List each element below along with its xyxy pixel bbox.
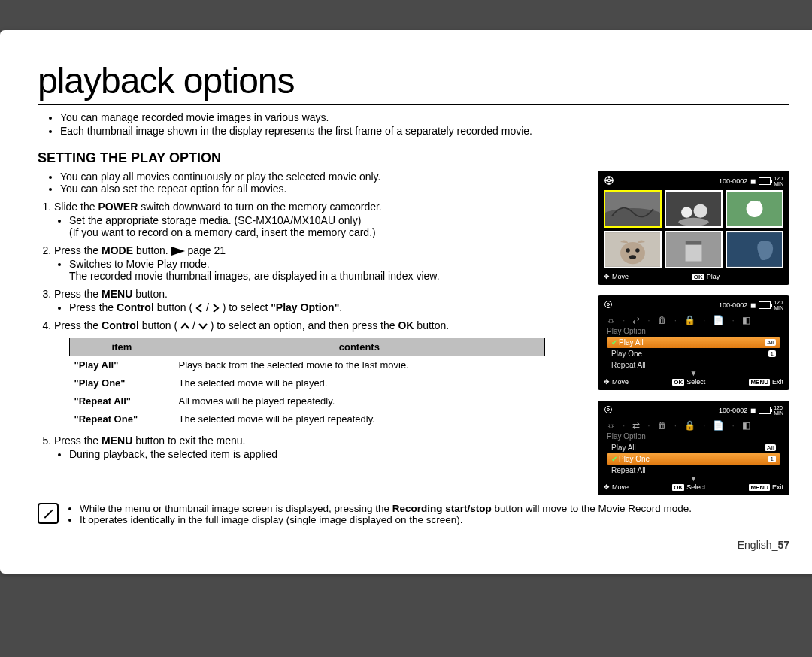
thumbnail [604,231,662,268]
step-1: Slide the POWER switch downward to turn … [54,201,583,238]
exit-hint: MENUExit [749,378,783,386]
menu-toolbar: ☼· ⇄· 🗑· 🔒· 📄· ◧ [604,419,783,432]
chevron-up-icon [180,322,189,330]
step-1-sub: Set the appropriate storage media. (SC-M… [69,214,583,238]
card-icon: ◼ [750,301,756,309]
svg-point-10 [694,204,707,218]
table-header-contents: contents [174,338,544,356]
intro-item: Each thumbnail image shown in the displa… [60,125,789,137]
move-hint: ✥Move [604,483,629,491]
step-3-sub: Press the Control button ( / ) to select… [69,301,583,313]
copy-icon: 📄 [713,315,724,325]
badge-one: 1 [768,456,776,462]
svg-point-2 [608,177,610,178]
file-number: 100-0002 [719,301,747,309]
battery-time: 120MIN [774,405,783,416]
intro-list: You can manage recorded movie images in … [38,111,789,137]
step-4: Press the Control button ( / ) to select… [54,319,583,428]
bullet: You can play all movies continuously or … [60,171,583,183]
svg-point-22 [605,301,612,308]
aspect-icon: ◧ [742,420,750,431]
step-3: Press the MENU button. Press the Control… [54,288,583,313]
svg-point-1 [607,179,611,182]
svg-rect-21 [727,232,782,267]
move-hint: ✥Move [604,378,629,386]
page-title: playback options [38,60,789,105]
svg-point-18 [629,255,636,259]
lcd-menu-play-one: 100-0002 ◼ 120MIN ☼· ⇄· 🗑· 🔒· 📄· ◧ Play … [598,401,789,495]
brightness-icon: ☼ [607,420,615,431]
svg-point-15 [620,242,645,264]
badge-one: 1 [768,350,776,357]
table-row: "Play All"Plays back from the selected m… [70,356,545,374]
svg-point-24 [605,407,612,413]
table-row: "Play One"The selected movie will be pla… [70,374,545,392]
steps-list: Slide the POWER switch downward to turn … [38,201,583,460]
lock-icon: 🔒 [684,315,695,325]
svg-point-11 [678,218,708,226]
aspect-icon: ◧ [742,315,750,325]
play-order-icon: ⇄ [632,420,640,431]
battery-icon [759,407,771,414]
playback-mode-icon [604,405,613,416]
file-number: 100-0002 [719,177,747,185]
select-hint: OKSelect [672,483,705,491]
exit-hint: MENUExit [749,483,783,491]
step-2-sub: Switches to Movie Play mode. The recorde… [69,258,583,282]
playback-mode-icon [604,175,614,187]
lcd-screens: 100-0002 ◼ 120MIN ✥Move OKPlay [598,171,789,495]
step-2: Press the MODE button. page 21 Switches … [54,244,583,282]
thumbnail [665,190,723,228]
thumbnail [726,231,783,268]
note-box: While the menu or thumbnail image screen… [38,503,789,525]
lcd-thumbnail-index: 100-0002 ◼ 120MIN ✥Move OKPlay [598,171,789,285]
move-hint: ✥Move [604,273,629,280]
battery-icon [759,177,771,185]
dpad-icon: ✥ [604,483,610,491]
menu-item-play-all: Play All All [607,442,780,453]
svg-point-16 [626,248,629,252]
check-icon: ✔ [611,455,617,463]
bullet: You can also set the repeat option for a… [60,183,583,195]
menu-key-icon: MENU [749,379,770,386]
chevron-down-icon [198,322,208,330]
battery-icon [759,301,771,309]
page-ref-arrow-icon [171,247,185,256]
play-option-table: item contents "Play All"Plays back from … [69,338,545,428]
playback-mode-icon [604,300,613,310]
svg-point-25 [607,409,610,411]
step-5: Press the MENU button to exit the menu. … [54,434,583,460]
badge-all: All [765,444,776,451]
dpad-icon: ✥ [604,273,610,280]
svg-point-5 [611,180,613,181]
check-icon: ✔ [611,338,617,347]
table-header-item: item [70,338,174,356]
play-hint: OKPlay [692,273,720,280]
svg-point-9 [681,207,692,218]
badge-all: All [765,339,776,346]
menu-item-play-all: ✔Play All All [607,337,780,348]
table-row: "Repeat All"All movies will be played re… [70,392,545,410]
battery-time: 120MIN [774,300,783,310]
svg-point-23 [607,304,610,306]
step-5-sub: During playback, the selected item is ap… [69,448,583,460]
file-number: 100-0002 [719,407,747,414]
menu-title: Play Option [604,327,783,337]
intro-item: You can manage recorded movie images in … [60,111,789,123]
copy-icon: 📄 [713,420,724,431]
select-hint: OKSelect [672,378,705,386]
table-row: "Repeat One"The selected movie will be p… [70,410,545,428]
chevron-right-icon [212,304,220,313]
lcd-menu-play-all: 100-0002 ◼ 120MIN ☼· ⇄· 🗑· 🔒· 📄· ◧ Play … [598,295,789,390]
thumbnail [726,190,783,228]
ok-key-icon: OK [672,379,684,386]
menu-toolbar: ☼· ⇄· 🗑· 🔒· 📄· ◧ [604,313,783,327]
svg-point-3 [608,183,610,184]
note-icon [38,503,59,524]
card-icon: ◼ [750,407,756,414]
thumbnail [604,190,662,228]
page-footer: English_57 [38,539,789,551]
section-title: SETTING THE PLAY OPTION [38,150,789,166]
battery-time: 120MIN [774,176,783,186]
trash-icon: 🗑 [658,315,667,325]
